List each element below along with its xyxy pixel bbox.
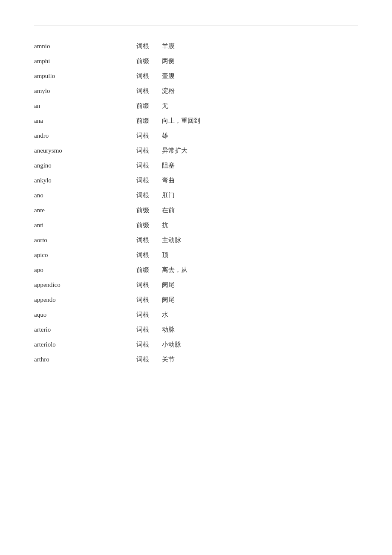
word-term: amylo (34, 87, 136, 95)
word-row: aquo词根水 (34, 307, 358, 322)
word-type: 前缀 (136, 117, 162, 125)
word-meaning: 水 (162, 311, 358, 319)
word-meaning: 羊膜 (162, 42, 358, 50)
word-meaning: 向上，重回到 (162, 117, 358, 125)
word-row: ana前缀向上，重回到 (34, 113, 358, 128)
word-term: anti (34, 222, 136, 229)
word-meaning: 离去，从 (162, 266, 358, 274)
word-term: ampullo (34, 72, 136, 80)
word-row: andro词根雄 (34, 128, 358, 143)
word-row: arthro词根关节 (34, 352, 358, 367)
word-meaning: 弯曲 (162, 176, 358, 185)
word-row: amylo词根淀粉 (34, 84, 358, 98)
word-type: 词根 (136, 296, 162, 304)
word-term: aneurysmo (34, 147, 136, 154)
word-type: 词根 (136, 341, 162, 349)
word-row: amnio词根羊膜 (34, 39, 358, 54)
word-meaning: 阻塞 (162, 162, 358, 170)
word-row: an前缀无 (34, 98, 358, 113)
word-type: 词根 (136, 87, 162, 95)
word-row: arteriolo词根小动脉 (34, 337, 358, 352)
word-type: 词根 (136, 191, 162, 199)
word-meaning: 小动脉 (162, 341, 358, 349)
word-row: ante前缀在前 (34, 203, 358, 218)
word-type: 词根 (136, 42, 162, 50)
word-type: 前缀 (136, 266, 162, 274)
word-type: 词根 (136, 72, 162, 80)
word-type: 词根 (136, 132, 162, 140)
word-type: 前缀 (136, 102, 162, 110)
word-list: amnio词根羊膜amphi前缀两侧ampullo词根壶腹amylo词根淀粉an… (34, 39, 358, 367)
word-row: arterio词根动脉 (34, 322, 358, 337)
word-meaning: 抗 (162, 221, 358, 229)
word-meaning: 在前 (162, 206, 358, 214)
word-row: appendico词根阑尾 (34, 278, 358, 292)
word-term: ano (34, 192, 136, 199)
top-divider (34, 26, 358, 26)
word-type: 词根 (136, 356, 162, 364)
word-row: appendo词根阑尾 (34, 292, 358, 307)
word-type: 词根 (136, 147, 162, 155)
word-type: 词根 (136, 326, 162, 334)
word-term: ankylo (34, 177, 136, 184)
word-term: angino (34, 162, 136, 169)
word-term: andro (34, 132, 136, 139)
word-meaning: 主动脉 (162, 236, 358, 244)
word-meaning: 动脉 (162, 326, 358, 334)
word-term: appendo (34, 296, 136, 304)
word-meaning: 异常扩大 (162, 147, 358, 155)
word-term: amphi (34, 58, 136, 65)
word-term: ana (34, 117, 136, 124)
word-meaning: 顶 (162, 251, 358, 259)
word-meaning: 淀粉 (162, 87, 358, 95)
word-term: arthro (34, 356, 136, 363)
word-term: apico (34, 251, 136, 259)
word-row: aneurysmo词根异常扩大 (34, 143, 358, 158)
word-meaning: 壶腹 (162, 72, 358, 80)
word-type: 前缀 (136, 221, 162, 229)
word-term: aquo (34, 311, 136, 318)
word-type: 词根 (136, 176, 162, 185)
word-type: 词根 (136, 251, 162, 259)
word-term: an (34, 102, 136, 110)
word-type: 词根 (136, 162, 162, 170)
word-meaning: 无 (162, 102, 358, 110)
word-row: apico词根顶 (34, 248, 358, 263)
word-row: ampullo词根壶腹 (34, 69, 358, 84)
word-meaning: 两侧 (162, 57, 358, 65)
word-meaning: 关节 (162, 356, 358, 364)
word-meaning: 阑尾 (162, 296, 358, 304)
word-row: anti前缀抗 (34, 218, 358, 233)
word-type: 词根 (136, 236, 162, 244)
word-term: arterio (34, 326, 136, 333)
word-type: 前缀 (136, 206, 162, 214)
word-meaning: 雄 (162, 132, 358, 140)
word-row: aorto词根主动脉 (34, 233, 358, 248)
word-row: angino词根阻塞 (34, 158, 358, 173)
word-meaning: 阑尾 (162, 281, 358, 289)
word-row: ano词根肛门 (34, 188, 358, 203)
word-term: ante (34, 207, 136, 214)
word-term: aorto (34, 237, 136, 244)
word-meaning: 肛门 (162, 191, 358, 199)
word-term: amnio (34, 43, 136, 50)
word-term: arteriolo (34, 341, 136, 348)
word-type: 词根 (136, 281, 162, 289)
word-row: ankylo词根弯曲 (34, 173, 358, 188)
word-type: 词根 (136, 311, 162, 319)
word-row: amphi前缀两侧 (34, 54, 358, 69)
word-row: apo前缀离去，从 (34, 263, 358, 278)
word-type: 前缀 (136, 57, 162, 65)
word-term: apo (34, 266, 136, 274)
word-term: appendico (34, 281, 136, 289)
